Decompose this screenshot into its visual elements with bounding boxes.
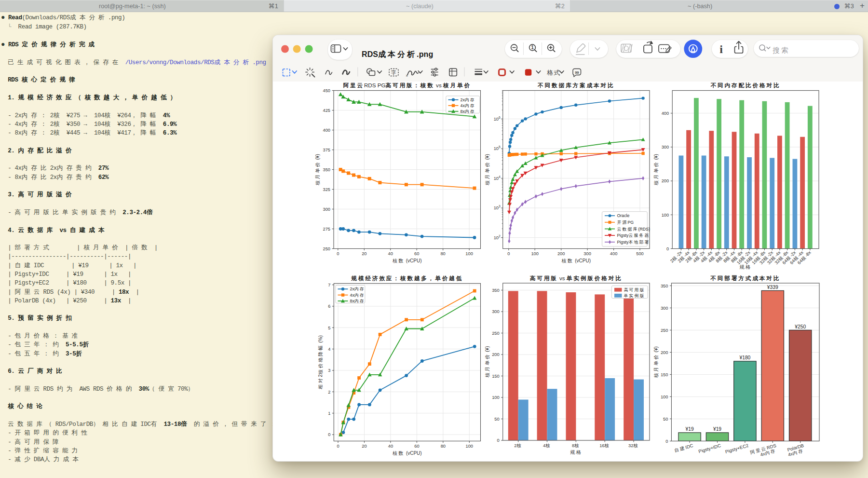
svg-text:高可用版 vs 单实例版价格对比: 高可用版 vs 单实例版价格对比 xyxy=(530,275,623,281)
svg-text:100: 100 xyxy=(661,395,668,399)
svg-text:开源PG: 开源PG xyxy=(617,220,634,225)
svg-text:5: 5 xyxy=(328,326,330,330)
svg-text:250: 250 xyxy=(492,331,500,336)
svg-text:4核: 4核 xyxy=(543,443,551,448)
svg-text:4: 4 xyxy=(328,347,330,352)
svg-text:8核: 8核 xyxy=(572,443,580,448)
svg-text:500: 500 xyxy=(636,251,644,256)
svg-text:250: 250 xyxy=(661,328,668,333)
svg-text:350: 350 xyxy=(661,284,668,288)
svg-text:¥19: ¥19 xyxy=(685,426,694,432)
svg-text:阿里云RDS PG高可用版：核数 vs 核月单价: 阿里云RDS PG高可用版：核数 vs 核月单价 xyxy=(343,82,471,88)
svg-text:单实例版: 单实例版 xyxy=(624,293,645,298)
svg-text:0: 0 xyxy=(507,251,510,256)
svg-text:Pigsty云服务器: Pigsty云服务器 xyxy=(617,233,650,238)
svg-text:150: 150 xyxy=(492,374,500,379)
svg-text:0: 0 xyxy=(666,246,669,251)
svg-text:100: 100 xyxy=(466,444,474,449)
svg-text:104: 104 xyxy=(494,175,501,181)
svg-text:核月单价 (¥): 核月单价 (¥) xyxy=(653,154,659,186)
svg-text:高可用版: 高可用版 xyxy=(624,287,645,292)
svg-text:1: 1 xyxy=(328,411,330,416)
svg-text:8x内存: 8x内存 xyxy=(350,299,365,303)
svg-text:Pigsty本地部署: Pigsty本地部署 xyxy=(617,240,650,245)
svg-text:规格: 规格 xyxy=(740,264,752,270)
svg-text:100: 100 xyxy=(531,251,539,256)
svg-text:核月单价 (¥): 核月单价 (¥) xyxy=(315,154,320,186)
svg-text:400: 400 xyxy=(323,128,330,133)
svg-text:i: i xyxy=(719,43,723,55)
svg-text:Oracle: Oracle xyxy=(617,213,630,218)
svg-text:50: 50 xyxy=(663,417,668,422)
svg-text:不同数据库方案成本对比: 不同数据库方案成本对比 xyxy=(537,82,614,88)
svg-text:3: 3 xyxy=(328,368,330,373)
svg-text:核数 (vCPU): 核数 (vCPU) xyxy=(561,258,591,263)
svg-text:8x内存: 8x内存 xyxy=(461,109,475,114)
svg-text:16核: 16核 xyxy=(599,443,610,448)
svg-text:云数据库(RDS): 云数据库(RDS) xyxy=(617,227,651,232)
svg-text:100: 100 xyxy=(662,213,669,218)
svg-text:¥19: ¥19 xyxy=(713,426,721,432)
svg-text:格式: 格式 xyxy=(547,69,561,76)
svg-text:106: 106 xyxy=(494,116,501,122)
svg-text:60: 60 xyxy=(414,444,419,449)
svg-text:4x内存: 4x内存 xyxy=(350,293,365,298)
svg-text:102: 102 xyxy=(494,234,501,240)
svg-text:0: 0 xyxy=(328,432,330,437)
svg-text:核数 (vCPU): 核数 (vCPU) xyxy=(392,258,422,263)
svg-text:400: 400 xyxy=(662,111,669,116)
svg-text:50: 50 xyxy=(494,417,499,422)
svg-text:40: 40 xyxy=(388,444,393,449)
svg-text:0: 0 xyxy=(337,251,339,256)
svg-text:7: 7 xyxy=(328,283,330,287)
svg-text:300: 300 xyxy=(323,207,330,212)
svg-text:300: 300 xyxy=(583,251,591,256)
svg-text:2x内存: 2x内存 xyxy=(350,287,365,291)
svg-text:字: 字 xyxy=(391,69,396,75)
svg-text:100: 100 xyxy=(492,395,500,400)
svg-text:¥339: ¥339 xyxy=(767,285,778,290)
svg-text:80: 80 xyxy=(441,444,446,449)
svg-text:自建IDC: 自建IDC xyxy=(674,443,694,453)
svg-text:200: 200 xyxy=(662,178,669,183)
svg-text:400: 400 xyxy=(610,251,618,256)
svg-text:300: 300 xyxy=(492,309,500,314)
svg-text:¥250: ¥250 xyxy=(794,324,806,329)
svg-text:300: 300 xyxy=(661,306,668,311)
svg-text:核月单价 (¥): 核月单价 (¥) xyxy=(485,154,490,186)
svg-text:Pigsty+IDC: Pigsty+IDC xyxy=(698,443,721,454)
svg-text:200: 200 xyxy=(661,350,668,355)
svg-text:0: 0 xyxy=(497,438,500,443)
svg-text:4x内存: 4x内存 xyxy=(461,103,475,108)
svg-text:2核: 2核 xyxy=(514,443,522,448)
svg-text:40: 40 xyxy=(388,251,393,256)
svg-text:250: 250 xyxy=(323,246,330,251)
svg-text:x: x xyxy=(406,73,408,78)
svg-text:150: 150 xyxy=(661,372,668,377)
svg-text:相对2核价格降幅 (%): 相对2核价格降幅 (%) xyxy=(318,335,323,389)
svg-text:不同内存配比价格对比: 不同内存配比价格对比 xyxy=(710,82,781,88)
svg-text:450: 450 xyxy=(323,88,330,93)
svg-text:核月单价 (¥): 核月单价 (¥) xyxy=(653,346,659,378)
svg-text:20: 20 xyxy=(362,251,366,256)
svg-text:0: 0 xyxy=(665,439,668,444)
svg-text:100: 100 xyxy=(465,251,473,256)
svg-text:规模经济效应：核数越多，单价越低: 规模经济效应：核数越多，单价越低 xyxy=(351,275,463,282)
svg-text:80: 80 xyxy=(440,251,445,256)
svg-text:2: 2 xyxy=(328,390,330,395)
svg-text:规格: 规格 xyxy=(570,450,582,455)
svg-text:核数 (vCPU): 核数 (vCPU) xyxy=(392,451,422,456)
svg-text:425: 425 xyxy=(323,108,330,113)
svg-text:¥180: ¥180 xyxy=(739,355,750,360)
svg-text:300: 300 xyxy=(662,145,669,150)
svg-text:Pigsty+EC2: Pigsty+EC2 xyxy=(724,443,749,454)
svg-text:1: 1 xyxy=(531,45,534,50)
svg-text:32核: 32核 xyxy=(628,443,639,448)
svg-text:325: 325 xyxy=(323,187,330,192)
svg-text:200: 200 xyxy=(492,352,500,357)
svg-text:2x内存: 2x内存 xyxy=(461,97,475,102)
svg-text:105: 105 xyxy=(494,145,501,151)
svg-text:0: 0 xyxy=(337,444,339,449)
svg-text:6: 6 xyxy=(328,304,330,309)
svg-text:99: 99 xyxy=(575,70,579,75)
